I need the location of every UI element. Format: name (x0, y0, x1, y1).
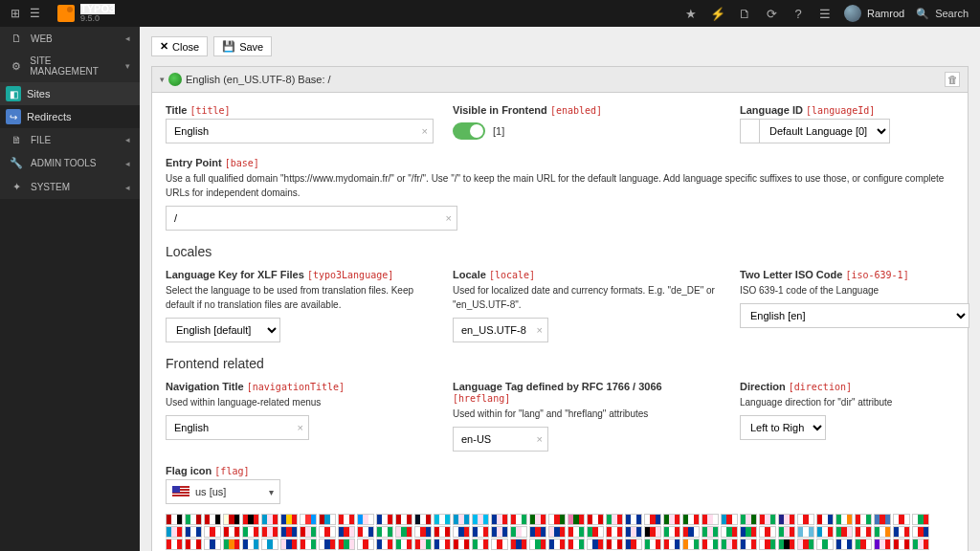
menu-icon[interactable]: ☰ (817, 6, 833, 21)
flag-option[interactable] (280, 514, 298, 525)
flag-option[interactable] (453, 526, 470, 538)
iso-select[interactable]: English [en] (740, 303, 969, 328)
flag-option[interactable] (376, 514, 393, 525)
flag-option[interactable] (797, 539, 814, 550)
flag-option[interactable] (357, 526, 374, 538)
flag-option[interactable] (529, 514, 546, 525)
flag-option[interactable] (663, 526, 680, 538)
flag-option[interactable] (702, 526, 719, 538)
flag-option[interactable] (223, 514, 240, 525)
flag-option[interactable] (338, 514, 355, 525)
help-icon[interactable]: ? (791, 6, 806, 21)
flag-option[interactable] (185, 539, 202, 550)
flag-option[interactable] (338, 526, 355, 538)
clear-icon[interactable]: × (422, 125, 428, 137)
grid-icon[interactable]: ⊞ (8, 6, 23, 21)
flag-option[interactable] (778, 514, 795, 525)
flag-option[interactable] (204, 514, 221, 525)
flag-option[interactable] (568, 526, 585, 538)
flag-option[interactable] (319, 526, 336, 538)
flag-option[interactable] (491, 514, 508, 525)
flag-option[interactable] (855, 514, 872, 525)
flag-option[interactable] (644, 539, 661, 550)
flag-option[interactable] (797, 514, 814, 525)
flag-option[interactable] (587, 526, 604, 538)
flag-option[interactable] (568, 514, 585, 525)
flag-option[interactable] (816, 539, 834, 550)
flag-option[interactable] (434, 539, 451, 550)
flag-option[interactable] (376, 526, 393, 538)
flag-option[interactable] (721, 539, 738, 550)
flag-option[interactable] (778, 539, 795, 550)
flag-option[interactable] (395, 526, 412, 538)
flag-select[interactable]: us [us] ▾ (166, 479, 280, 504)
flag-option[interactable] (606, 539, 623, 550)
flag-option[interactable] (835, 514, 853, 525)
module-admintools[interactable]: 🔧ADMIN TOOLS◂ (0, 151, 140, 175)
flag-option[interactable] (242, 526, 259, 538)
flag-option[interactable] (472, 514, 489, 525)
flag-option[interactable] (223, 526, 240, 538)
flag-option[interactable] (740, 514, 757, 525)
flag-option[interactable] (912, 539, 929, 550)
list-icon[interactable]: ☰ (27, 6, 42, 21)
flag-option[interactable] (893, 539, 910, 550)
flash-icon[interactable]: ⚡ (710, 6, 725, 21)
flag-option[interactable] (874, 514, 891, 525)
flag-option[interactable] (702, 539, 719, 550)
flag-option[interactable] (893, 526, 910, 538)
module-system[interactable]: ✦SYSTEM◂ (0, 175, 140, 199)
save-button[interactable]: 💾Save (213, 36, 272, 56)
flag-option[interactable] (434, 514, 451, 525)
flag-option[interactable] (663, 514, 680, 525)
flag-option[interactable] (625, 526, 642, 538)
flag-option[interactable] (644, 514, 661, 525)
flag-option[interactable] (300, 526, 317, 538)
hreflang-input[interactable] (453, 427, 548, 452)
flag-option[interactable] (759, 539, 776, 550)
clear-icon[interactable]: × (537, 433, 543, 445)
flag-option[interactable] (682, 539, 700, 550)
flag-option[interactable] (606, 526, 623, 538)
flag-option[interactable] (510, 514, 527, 525)
module-web[interactable]: 🗋WEB◂ (0, 27, 140, 50)
flag-option[interactable] (434, 526, 451, 538)
flag-option[interactable] (166, 526, 183, 538)
flag-option[interactable] (529, 526, 546, 538)
flag-option[interactable] (319, 539, 336, 550)
locale-input[interactable] (453, 318, 548, 342)
xlf-select[interactable]: English [default] (166, 318, 280, 342)
flag-option[interactable] (644, 526, 661, 538)
flag-option[interactable] (855, 526, 872, 538)
nav-input[interactable] (166, 415, 309, 440)
flag-option[interactable] (338, 539, 355, 550)
flag-option[interactable] (663, 539, 680, 550)
flag-option[interactable] (395, 539, 412, 550)
flag-option[interactable] (835, 526, 853, 538)
flag-option[interactable] (395, 514, 412, 525)
flag-option[interactable] (702, 514, 719, 525)
entrypoint-input[interactable] (166, 206, 457, 231)
module-sitemgmt[interactable]: ⚙SITE MANAGEMENT▾ (0, 50, 140, 82)
flag-option[interactable] (606, 514, 623, 525)
flag-option[interactable] (261, 514, 278, 525)
flag-option[interactable] (472, 539, 489, 550)
global-search[interactable]: 🔍 Search (916, 8, 969, 20)
flag-option[interactable] (453, 514, 470, 525)
clear-icon[interactable]: × (446, 212, 452, 224)
flag-option[interactable] (587, 514, 604, 525)
flag-option[interactable] (759, 526, 776, 538)
module-file[interactable]: 🗎FILE◂ (0, 128, 140, 151)
flag-option[interactable] (568, 539, 585, 550)
flag-option[interactable] (510, 526, 527, 538)
flag-option[interactable] (166, 514, 183, 525)
flag-option[interactable] (491, 539, 508, 550)
flag-option[interactable] (510, 539, 527, 550)
flag-option[interactable] (721, 526, 738, 538)
close-button[interactable]: ✕Close (151, 36, 208, 56)
flag-option[interactable] (300, 539, 317, 550)
user-menu[interactable]: Ramrod (844, 5, 904, 22)
flag-option[interactable] (625, 539, 642, 550)
flag-option[interactable] (261, 526, 278, 538)
flag-option[interactable] (300, 514, 317, 525)
